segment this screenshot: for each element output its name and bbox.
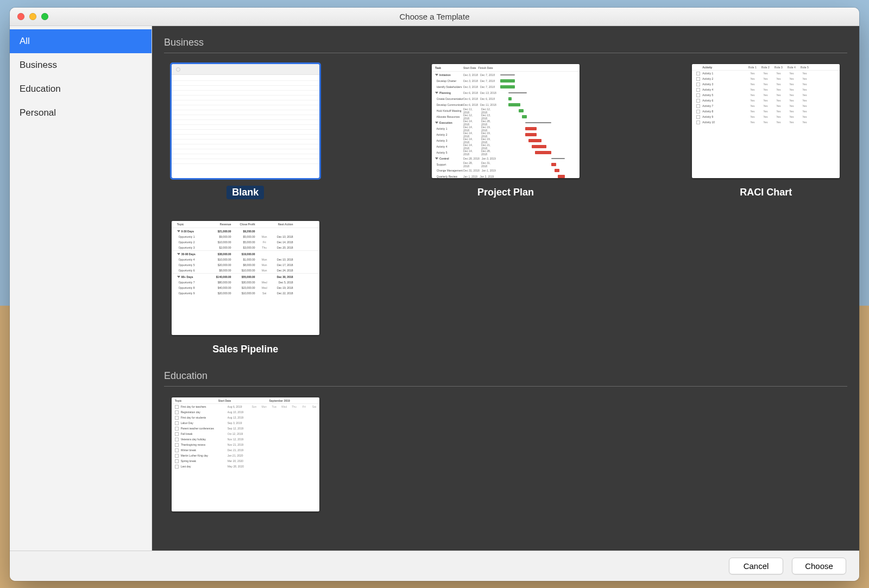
- footer: Cancel Choose: [10, 551, 859, 581]
- sidebar-item-education[interactable]: Education: [10, 77, 152, 101]
- template-thumbnail: [172, 64, 319, 178]
- template-label: Blank: [226, 186, 264, 199]
- template-raci-chart[interactable]: ActivityRole 1Role 2Role 3Role 4Role 5Ac…: [692, 64, 840, 199]
- template-chooser-window: Choose a Template AllBusinessEducationPe…: [10, 8, 859, 581]
- template-label: RACI Chart: [734, 186, 797, 199]
- template-grid: BlankTaskStart DateFinish DateInitiation…: [164, 64, 847, 356]
- window-body: AllBusinessEducationPersonal BusinessBla…: [10, 26, 859, 551]
- section-header: Education: [164, 367, 847, 387]
- template-blank[interactable]: Blank: [172, 64, 319, 199]
- close-icon[interactable]: [17, 13, 24, 20]
- traffic-lights: [10, 13, 48, 20]
- section-business: BusinessBlankTaskStart DateFinish DateIn…: [164, 34, 847, 356]
- section-education: EducationTopicStart DateSeptember 2019Fi…: [164, 367, 847, 511]
- sidebar-item-personal[interactable]: Personal: [10, 101, 152, 125]
- template-thumbnail: TopicRevenueClose ProfitNext Action0-30 …: [172, 221, 319, 335]
- template-thumbnail: TopicStart DateSeptember 2019First day f…: [172, 397, 319, 511]
- template-project-plan[interactable]: TaskStart DateFinish DateInitiationDec 3…: [432, 64, 580, 199]
- sidebar-item-business[interactable]: Business: [10, 53, 152, 77]
- minimize-icon[interactable]: [29, 13, 36, 20]
- template-label: Project Plan: [472, 186, 539, 199]
- template-calendar[interactable]: TopicStart DateSeptember 2019First day f…: [172, 397, 319, 511]
- choose-button[interactable]: Choose: [792, 558, 846, 574]
- template-grid: TopicStart DateSeptember 2019First day f…: [164, 397, 847, 511]
- template-sales-pipeline[interactable]: TopicRevenueClose ProfitNext Action0-30 …: [172, 221, 319, 356]
- template-label: Sales Pipeline: [207, 343, 284, 356]
- zoom-icon[interactable]: [41, 13, 48, 20]
- window-title: Choose a Template: [10, 12, 859, 21]
- section-header: Business: [164, 34, 847, 53]
- cancel-button[interactable]: Cancel: [729, 558, 783, 574]
- titlebar: Choose a Template: [10, 8, 859, 26]
- sidebar-item-all[interactable]: All: [10, 29, 152, 53]
- template-thumbnail: ActivityRole 1Role 2Role 3Role 4Role 5Ac…: [692, 64, 840, 178]
- template-thumbnail: TaskStart DateFinish DateInitiationDec 3…: [432, 64, 580, 178]
- category-sidebar: AllBusinessEducationPersonal: [10, 26, 152, 551]
- template-gallery[interactable]: BusinessBlankTaskStart DateFinish DateIn…: [152, 26, 859, 551]
